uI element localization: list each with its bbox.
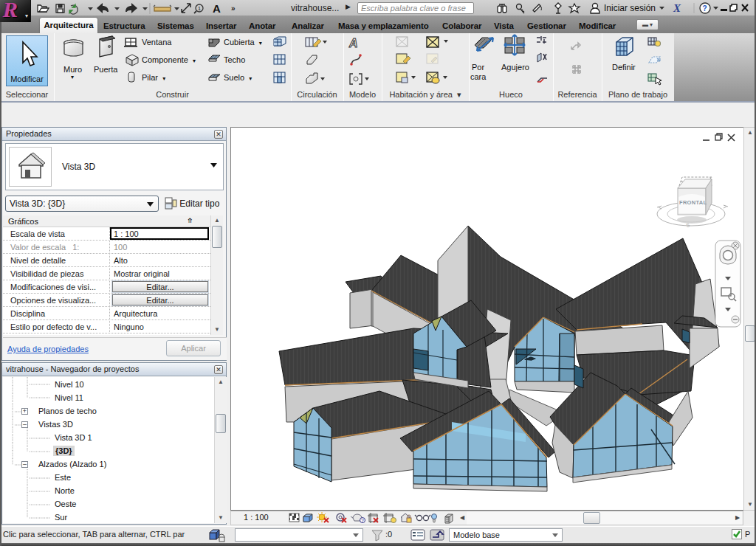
svg-text:X: X <box>673 2 681 14</box>
svg-text:A: A <box>213 2 221 15</box>
svg-text:1: 1 <box>198 6 201 11</box>
svg-text:?: ? <box>703 4 707 13</box>
svg-text:Iniciar sesión: Iniciar sesión <box>604 3 656 13</box>
svg-text:A: A <box>348 37 358 49</box>
svg-text:»: » <box>231 4 236 13</box>
svg-text:FRONTAL: FRONTAL <box>679 199 707 206</box>
svg-text:?: ? <box>361 518 364 523</box>
